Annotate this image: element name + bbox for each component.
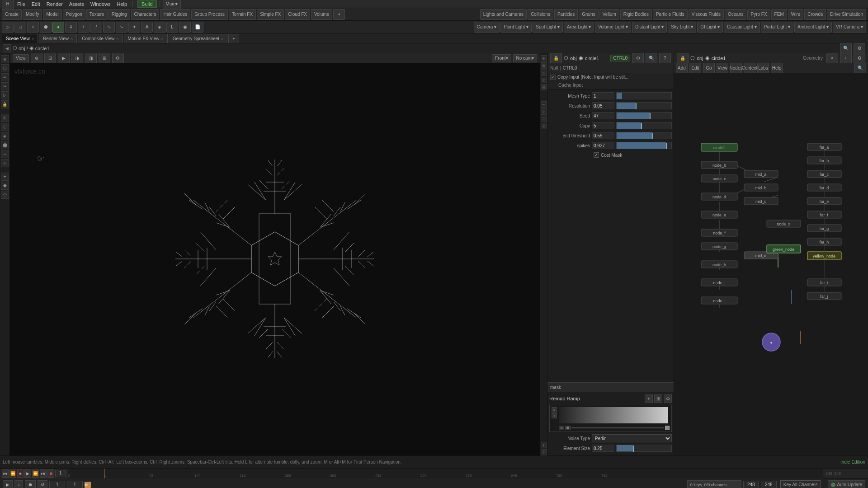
viewport-icon-4[interactable]: ◑ xyxy=(71,53,83,64)
left-icon-13[interactable]: ⬟ xyxy=(1,182,9,190)
menu-file[interactable]: File xyxy=(14,1,28,7)
transport-record[interactable]: ⏺ xyxy=(47,469,54,478)
tb-rigid[interactable]: Rigid Bodies xyxy=(620,9,652,20)
ng-labs-btn[interactable]: Labs xyxy=(757,63,769,74)
tab-geo-spreadsheet-close[interactable]: × xyxy=(221,37,223,41)
tb-arealight[interactable]: Area Light ▾ xyxy=(564,22,594,33)
ng-help-btn[interactable]: Help xyxy=(771,63,783,74)
frame-current-input[interactable] xyxy=(67,481,83,488)
vr-btn-6[interactable]: ⊸ xyxy=(541,101,547,108)
resolution-value[interactable]: 0.05 xyxy=(592,102,614,109)
tool-drawcurve[interactable]: ∿ xyxy=(103,22,115,33)
tb-caustic[interactable]: Caustic Light ▾ xyxy=(724,22,760,33)
tab-geo-spreadsheet[interactable]: Geometry Spreadsheet × xyxy=(169,34,228,43)
tool-sphere[interactable]: ○ xyxy=(27,22,39,33)
tb-lights[interactable]: Lights and Cameras xyxy=(480,9,527,20)
element-size-value[interactable]: 0.25 xyxy=(592,445,614,452)
tool-spraypaint[interactable]: ✦ xyxy=(128,22,140,33)
copy-input-check[interactable]: ✓ xyxy=(550,75,556,80)
copy-slider[interactable] xyxy=(616,122,672,129)
menu-assets[interactable]: Assets xyxy=(66,1,87,7)
auto-update-btn[interactable]: Auto Update xyxy=(828,480,865,488)
mesh-type-slider[interactable] xyxy=(616,92,672,99)
transport-stop[interactable]: ■ xyxy=(17,469,24,478)
tb-texture[interactable]: Texture xyxy=(86,9,108,20)
vr-btn-9[interactable]: ⊻ xyxy=(541,123,547,129)
vr-btn-3[interactable]: ▷ xyxy=(541,70,547,76)
tb-drivesim[interactable]: Drive Simulation xyxy=(827,9,866,20)
vr-btn-question[interactable]: ? xyxy=(541,449,547,455)
tab-scene-view-close[interactable]: × xyxy=(32,37,34,41)
tb-distantlight[interactable]: Distant Light ▾ xyxy=(632,22,667,33)
tb-camera[interactable]: Camera ▾ xyxy=(474,22,500,33)
tb-model[interactable]: Model xyxy=(43,9,61,20)
cost-mask-checkbox[interactable] xyxy=(594,152,599,158)
end-threshold-value[interactable]: 0.55 xyxy=(592,132,614,139)
tb-oceans[interactable]: Oceans xyxy=(725,9,746,20)
tb-wire[interactable]: Wire xyxy=(788,9,804,20)
frh-settings-btn[interactable]: ⚙ xyxy=(854,53,865,64)
tool-metaball[interactable]: ◉ xyxy=(179,22,191,33)
frh-plus-btn[interactable]: + xyxy=(840,53,852,64)
ng-nodes-btn[interactable]: Nodes xyxy=(730,63,742,74)
resolution-slider[interactable] xyxy=(616,102,672,109)
frame-end-input-1[interactable] xyxy=(743,481,759,488)
vr-btn-5[interactable]: ⊡ xyxy=(541,84,547,90)
left-icon-2[interactable]: ⬡ xyxy=(1,64,9,72)
tb-plus[interactable]: + xyxy=(333,9,345,20)
tool-box[interactable]: □ xyxy=(14,22,26,33)
tb-pyrofx[interactable]: Pyro FX xyxy=(747,9,770,20)
element-size-slider[interactable] xyxy=(616,445,672,452)
tb-rigging[interactable]: Rigging xyxy=(108,9,130,20)
vr-btn-2[interactable]: ⊞ xyxy=(541,62,547,69)
transport-play[interactable]: ▶ xyxy=(24,469,31,478)
tb-polygon[interactable]: Polygon xyxy=(63,9,85,20)
left-icon-12[interactable]: ✦ xyxy=(1,173,9,181)
frame-start-input[interactable] xyxy=(49,481,65,488)
copy-value[interactable]: 5 xyxy=(592,122,614,129)
tool-lsystem[interactable]: L xyxy=(166,22,178,33)
viewport-icon-7[interactable]: ⚙ xyxy=(112,53,124,64)
node-graph[interactable]: circle1 node_b node_c node_d node_e node… xyxy=(674,73,868,455)
left-icon-9[interactable]: ⬤ xyxy=(1,141,9,149)
left-icon-lock[interactable]: 🔒 xyxy=(1,100,9,108)
ng-edit-btn[interactable]: Edit xyxy=(689,63,701,74)
timeline-ruler[interactable]: 0 1 72 144 216 288 360 432 504 576 648 7… xyxy=(68,469,823,479)
transport-forward[interactable]: ⏭ xyxy=(40,469,47,478)
ramp-type-btn[interactable]: + xyxy=(552,413,557,418)
ng-context-btn[interactable]: Context xyxy=(744,63,755,74)
menu-edit[interactable]: Edit xyxy=(29,1,43,7)
left-icon-6[interactable]: ⊞ xyxy=(1,114,9,122)
ng-go-btn[interactable]: Go xyxy=(703,63,715,74)
seed-slider[interactable] xyxy=(616,112,672,119)
ng-add-btn[interactable]: Add xyxy=(676,63,688,74)
frame-end-input-2[interactable] xyxy=(761,481,777,488)
spikes-value[interactable]: 0.937 xyxy=(592,142,614,149)
tb-create[interactable]: Create xyxy=(2,9,22,20)
vr-btn-7[interactable]: ⊹ xyxy=(541,108,547,115)
left-icon-3[interactable]: ↩ xyxy=(1,73,9,81)
menu-windows[interactable]: Windows xyxy=(88,1,113,7)
tab-plus[interactable]: + xyxy=(228,34,239,43)
left-icon-5[interactable]: ▷ xyxy=(1,91,9,99)
tb-spotlight[interactable]: Spot Light ▾ xyxy=(533,22,563,33)
ramp-ctrl-1[interactable]: ▷ xyxy=(559,426,564,430)
left-icon-11[interactable]: ⊹ xyxy=(1,159,9,167)
ramp-expand-btn[interactable]: ⊞ xyxy=(654,394,662,403)
viewport-icon-3[interactable]: ▶ xyxy=(58,53,70,64)
viewport-front-btn[interactable]: Front ▾ xyxy=(492,54,511,62)
viewport-canvas[interactable]: vfxforce.cn xyxy=(10,63,540,455)
audio-btn[interactable]: ♪ xyxy=(14,480,23,488)
tb-skylight[interactable]: Sky Light ▾ xyxy=(668,22,696,33)
tb-cloudfx[interactable]: Cloud FX xyxy=(285,9,310,20)
tool-path[interactable]: ⤷ xyxy=(116,22,127,33)
tab-composite[interactable]: Composite View × xyxy=(78,34,123,43)
rp-lock-btn[interactable]: 🔒 xyxy=(550,53,562,64)
playback-options-btn[interactable]: ▶ xyxy=(3,480,13,488)
tb-particlefluids[interactable]: Particle Fluids xyxy=(653,9,688,20)
ramp-widget[interactable]: × + ▷ ⊞ xyxy=(549,405,672,432)
tab-render-view-close[interactable]: × xyxy=(71,37,73,41)
mesh-type-value[interactable]: 1 xyxy=(592,92,614,99)
record2-btn[interactable]: ⏺ xyxy=(25,480,36,488)
breadcrumb-circle1[interactable]: circle1 xyxy=(35,46,50,51)
